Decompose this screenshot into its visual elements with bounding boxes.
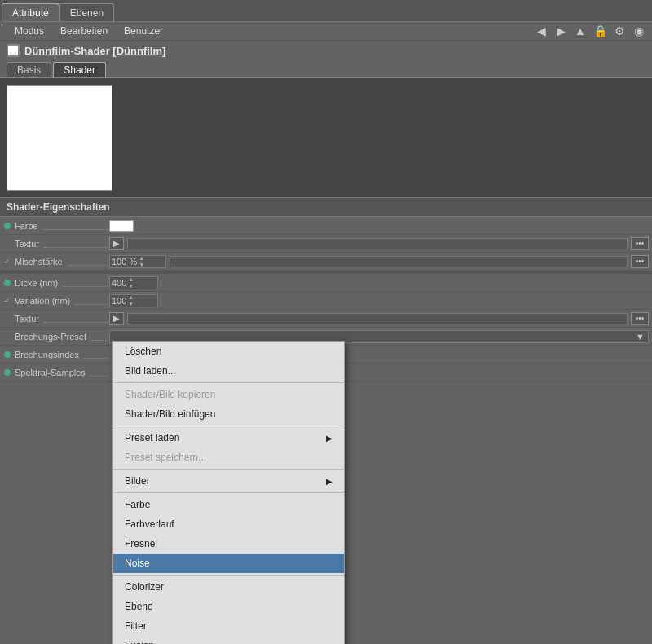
mischstaerke-input[interactable]: 100 % ▲ ▼ <box>109 255 166 268</box>
main-area: Dünnfilm-Shader [Dünnfilm] Basis Shader … <box>0 41 652 382</box>
tab-ebenen[interactable]: Ebenen <box>59 3 114 21</box>
ctx-farbverlauf[interactable]: Farbverlauf <box>113 514 344 534</box>
ctx-loeschen[interactable]: Löschen <box>113 342 344 361</box>
textur2-arrow-btn[interactable]: ▶ <box>109 312 124 325</box>
panel-icon <box>7 44 20 57</box>
prop-variation: ✓ Variation (nm) 100 ▲ ▼ <box>0 292 652 310</box>
menu-icons: ◀ ▶ ▲ 🔒 ⚙ ◉ <box>533 23 652 39</box>
menu-bar: Modus Bearbeiten Benutzer ◀ ▶ ▲ 🔒 ⚙ ◉ <box>0 21 652 41</box>
ctx-preset-laden[interactable]: Preset laden ▶ <box>113 428 344 448</box>
lock-icon[interactable]: 🔒 <box>592 23 608 39</box>
prop-mischstaerke: ✓ Mischstärke 100 % ▲ ▼ ••• <box>0 253 652 271</box>
ctx-sep3 <box>113 469 344 470</box>
menu-bearbeiten[interactable]: Bearbeiten <box>52 24 116 38</box>
mischstaerke-dots-btn[interactable]: ••• <box>631 255 649 268</box>
ctx-colorizer[interactable]: Colorizer <box>113 577 344 597</box>
textur2-bar <box>127 313 628 324</box>
tab-basis[interactable]: Basis <box>7 62 51 77</box>
section-shader-properties: Shader-Eigenschaften <box>0 197 652 217</box>
ctx-noise[interactable]: Noise <box>113 554 344 573</box>
spektral-dot <box>3 368 11 377</box>
context-menu: Löschen Bild laden... Shader/Bild kopier… <box>112 341 345 644</box>
ctx-filter[interactable]: Filter <box>113 616 344 636</box>
ctx-ebene[interactable]: Ebene <box>113 597 344 616</box>
prop-farbe: Farbe <box>0 217 652 235</box>
sub-tab-bar: Basis Shader <box>0 60 652 77</box>
ctx-bild-laden[interactable]: Bild laden... <box>113 361 344 381</box>
ctx-sep2 <box>113 426 344 426</box>
textur1-dots-btn[interactable]: ••• <box>631 237 649 250</box>
tab-shader[interactable]: Shader <box>53 62 106 77</box>
brechungsindex-dot <box>3 351 11 359</box>
textur2-dots-btn[interactable]: ••• <box>631 312 649 325</box>
prop-textur2: Textur ▶ ••• <box>0 310 652 328</box>
preview-box <box>7 85 112 191</box>
ctx-sep5 <box>113 575 344 576</box>
dicke-input[interactable]: 400 ▲ ▼ <box>109 276 158 289</box>
ctx-shader-einfuegen[interactable]: Shader/Bild einfügen <box>113 404 344 424</box>
arrow-right-icon[interactable]: ▶ <box>553 23 569 39</box>
ctx-farbe[interactable]: Farbe <box>113 495 344 514</box>
tab-attribute[interactable]: Attribute <box>2 3 59 21</box>
prop-textur1: Textur ▶ ••• <box>0 235 652 253</box>
ctx-preset-speichern: Preset speichern... <box>113 448 344 467</box>
ctx-preset-laden-arrow: ▶ <box>326 434 333 443</box>
ctx-bilder[interactable]: Bilder ▶ <box>113 471 344 491</box>
ctx-bilder-arrow: ▶ <box>326 477 333 486</box>
menu-benutzer[interactable]: Benutzer <box>116 24 171 38</box>
textur1-arrow-btn[interactable]: ▶ <box>109 237 124 250</box>
farbe-dot <box>3 222 11 230</box>
sort-icon[interactable]: ▲ <box>572 23 588 39</box>
camera-icon[interactable]: ◉ <box>631 23 647 39</box>
ctx-sep4 <box>113 492 344 493</box>
dicke-dot <box>3 279 11 287</box>
ctx-fresnel[interactable]: Fresnel <box>113 534 344 554</box>
arrow-left-icon[interactable]: ◀ <box>533 23 549 39</box>
menu-modus[interactable]: Modus <box>7 24 52 38</box>
mischstaerke-bar <box>170 256 628 267</box>
panel-title: Dünnfilm-Shader [Dünnfilm] <box>0 41 652 60</box>
ctx-fusion[interactable]: Fusion <box>113 636 344 644</box>
settings-icon[interactable]: ⚙ <box>611 23 628 39</box>
textur1-bar <box>127 238 628 249</box>
preview-area <box>0 77 652 197</box>
ctx-sep1 <box>113 382 344 383</box>
farbe-swatch[interactable] <box>109 220 134 232</box>
variation-input[interactable]: 100 ▲ ▼ <box>109 294 158 307</box>
prop-dicke: Dicke (nm) 400 ▲ ▼ <box>0 274 652 292</box>
ctx-shader-kopieren: Shader/Bild kopieren <box>113 385 344 404</box>
top-tab-bar: Attribute Ebenen <box>0 0 652 21</box>
